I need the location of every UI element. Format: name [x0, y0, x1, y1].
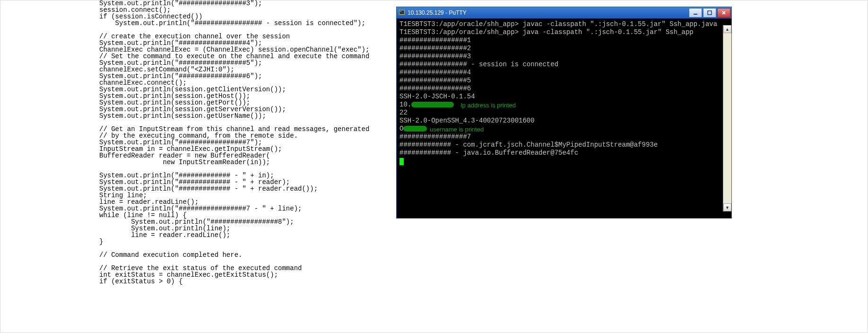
terminal-line: #################6: [399, 85, 729, 93]
terminal-line: ############# - com.jcraft.jsch.Channel$…: [399, 141, 729, 149]
terminal-line: ################# - session is connected: [399, 61, 729, 69]
titlebar[interactable]: 10.130.25.129 - PuTTY: [397, 7, 731, 18]
svg-rect-4: [708, 11, 712, 15]
terminal-line: #################5: [399, 77, 729, 85]
minimize-button[interactable]: [689, 8, 702, 18]
terminal[interactable]: T1ESBTST3:/app/oracle/shh_app> javac -cl…: [397, 18, 731, 218]
terminal-line: ############# - java.io.BufferedReader@7…: [399, 149, 729, 157]
putty-icon: [399, 9, 405, 16]
terminal-line: #################4: [399, 69, 729, 77]
window-buttons: [689, 7, 731, 18]
redacted-ip: [411, 102, 454, 107]
svg-rect-1: [399, 10, 404, 14]
annotation-ip: Ip address is printed: [460, 102, 516, 109]
code-panel: System.out.println("#################3")…: [99, 0, 392, 285]
terminal-line: #################7: [399, 133, 729, 141]
terminal-line: #################1: [399, 36, 729, 44]
scroll-up-button[interactable]: ▲: [723, 25, 731, 33]
terminal-line: 22: [399, 109, 729, 117]
window-title: 10.130.25.129 - PuTTY: [408, 9, 689, 16]
vertical-scrollbar[interactable]: ▲ ▼: [723, 25, 731, 211]
maximize-button[interactable]: [703, 8, 716, 18]
terminal-line: T1ESBTST3:/app/oracle/shh_app> java -cla…: [399, 28, 729, 36]
redacted-username: [403, 126, 427, 131]
putty-window: 10.130.25.129 - PuTTY T1ESBTST3:/app/ora…: [396, 7, 732, 219]
annotation-user: username is printed: [430, 126, 484, 133]
terminal-line: SSH-2.0-JSCH-0.1.54: [399, 93, 729, 101]
terminal-line: #################3: [399, 53, 729, 61]
scroll-down-button[interactable]: ▼: [723, 203, 731, 211]
close-button[interactable]: [717, 8, 730, 18]
terminal-line: T1ESBTST3:/app/oracle/shh_app> javac -cl…: [399, 20, 729, 28]
cursor-icon: [399, 158, 404, 165]
terminal-line: 10.: [399, 101, 729, 109]
terminal-cursor-line: [399, 157, 729, 165]
terminal-line: SSH-2.0-OpenSSH_4.3-40020723001600: [399, 117, 729, 125]
terminal-line: #################2: [399, 44, 729, 53]
